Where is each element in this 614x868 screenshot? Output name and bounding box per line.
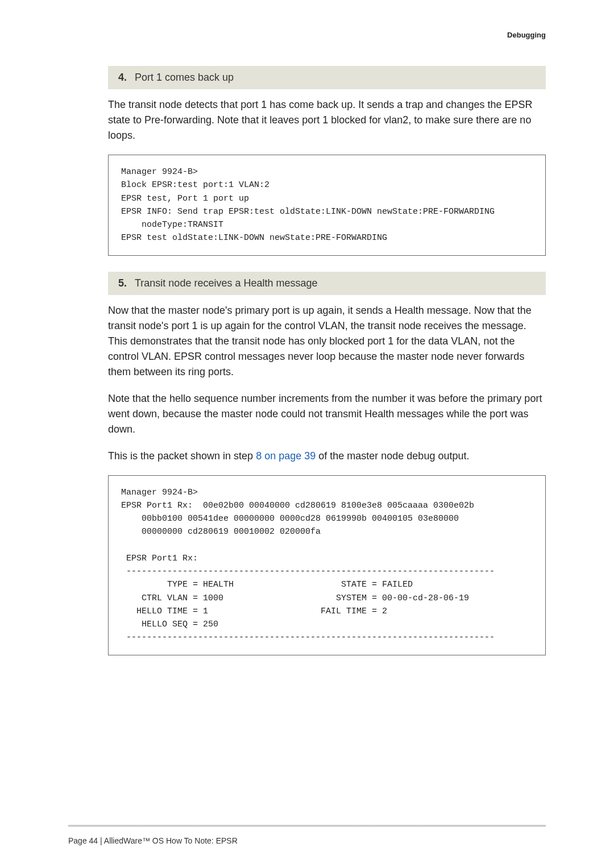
code-block-5: Manager 9924-B> EPSR Port1 Rx: 00e02b00 …: [108, 475, 546, 655]
code-block-4: Manager 9924-B> Block EPSR:test port:1 V…: [108, 155, 546, 256]
cross-reference-link[interactable]: 8 on page 39: [256, 450, 316, 462]
xref-pretext: This is the packet shown in step: [108, 450, 256, 462]
body-paragraph-xref: This is the packet shown in step 8 on pa…: [108, 448, 546, 464]
step-header-4: 4.Port 1 comes back up: [108, 66, 546, 89]
footer-rule: [68, 825, 546, 827]
body-paragraph: Note that the hello sequence number incr…: [108, 391, 546, 437]
step-header-5: 5.Transit node receives a Health message: [108, 272, 546, 295]
step-number: 4.: [118, 72, 127, 83]
xref-posttext: of the master node debug output.: [316, 450, 469, 462]
step-number: 5.: [118, 277, 127, 289]
step-title: Port 1 comes back up: [135, 72, 234, 83]
body-paragraph: Now that the master node's primary port …: [108, 303, 546, 380]
footer-text: Page 44 | AlliedWare™ OS How To Note: EP…: [68, 836, 238, 845]
step-title: Transit node receives a Health message: [135, 277, 318, 289]
section-header: Debugging: [507, 31, 546, 39]
page-body: 4.Port 1 comes back up The transit node …: [0, 0, 614, 655]
body-paragraph: The transit node detects that port 1 has…: [108, 97, 546, 143]
